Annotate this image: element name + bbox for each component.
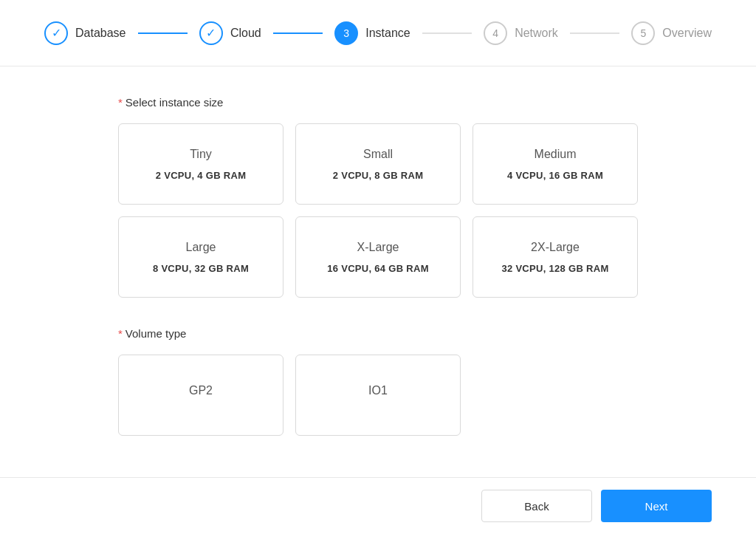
step-network[interactable]: 4 Network xyxy=(484,21,558,45)
required-star-volume: * xyxy=(118,327,123,340)
step-overview[interactable]: 5 Overview xyxy=(631,21,712,45)
volume-type-label: * Volume type xyxy=(118,327,638,340)
instance-card-small[interactable]: Small 2 VCPU, 8 GB RAM xyxy=(295,123,461,205)
step-circle-network: 4 xyxy=(484,21,507,45)
step-number-instance: 3 xyxy=(343,27,349,39)
card-spec-2xlarge: 32 VCPU, 128 GB RAM xyxy=(501,263,608,274)
step-label-instance: Instance xyxy=(365,27,410,40)
step-line-1 xyxy=(138,32,188,34)
instance-section-title: Select instance size xyxy=(126,96,224,109)
card-spec-medium: 4 VCPU, 16 GB RAM xyxy=(507,170,603,181)
step-line-3 xyxy=(422,32,472,34)
step-line-4 xyxy=(570,32,619,34)
card-title-xlarge: X-Large xyxy=(357,241,399,254)
back-button[interactable]: Back xyxy=(481,490,592,522)
step-label-network: Network xyxy=(515,27,558,40)
step-circle-overview: 5 xyxy=(631,21,655,45)
check-icon-2: ✓ xyxy=(206,26,216,40)
step-circle-instance: 3 xyxy=(334,21,358,45)
card-spec-xlarge: 16 VCPU, 64 GB RAM xyxy=(327,263,429,274)
check-icon: ✓ xyxy=(52,26,61,40)
step-label-database: Database xyxy=(75,27,126,40)
instance-size-grid: Tiny 2 VCPU, 4 GB RAM Small 2 VCPU, 8 GB… xyxy=(118,123,638,298)
instance-card-2xlarge[interactable]: 2X-Large 32 VCPU, 128 GB RAM xyxy=(472,216,638,298)
volume-card-io1[interactable]: IO1 xyxy=(295,355,461,436)
card-title-2xlarge: 2X-Large xyxy=(531,241,580,254)
footer: Back Next xyxy=(0,477,756,534)
card-title-medium: Medium xyxy=(535,148,577,161)
step-instance[interactable]: 3 Instance xyxy=(334,21,410,45)
card-title-gp2: GP2 xyxy=(189,384,213,397)
card-title-small: Small xyxy=(363,148,393,161)
step-database[interactable]: ✓ Database xyxy=(44,21,126,45)
next-button[interactable]: Next xyxy=(601,490,712,522)
step-number-overview: 5 xyxy=(640,27,646,39)
card-spec-large: 8 VCPU, 32 GB RAM xyxy=(153,263,249,274)
volume-section-title: Volume type xyxy=(126,327,187,340)
card-title-tiny: Tiny xyxy=(190,148,212,161)
step-cloud[interactable]: ✓ Cloud xyxy=(199,21,261,45)
step-circle-database: ✓ xyxy=(44,21,68,45)
instance-card-xlarge[interactable]: X-Large 16 VCPU, 64 GB RAM xyxy=(295,216,461,298)
instance-card-large[interactable]: Large 8 VCPU, 32 GB RAM xyxy=(118,216,284,298)
instance-card-medium[interactable]: Medium 4 VCPU, 16 GB RAM xyxy=(472,123,638,205)
volume-card-gp2[interactable]: GP2 xyxy=(118,355,284,436)
card-spec-small: 2 VCPU, 8 GB RAM xyxy=(333,170,424,181)
step-line-2 xyxy=(273,32,323,34)
required-star-instance: * xyxy=(118,96,123,109)
instance-size-label: * Select instance size xyxy=(118,96,638,109)
main-content: * Select instance size Tiny 2 VCPU, 4 GB… xyxy=(0,66,756,477)
step-number-network: 4 xyxy=(492,27,498,39)
step-label-cloud: Cloud xyxy=(230,27,261,40)
card-spec-tiny: 2 VCPU, 4 GB RAM xyxy=(156,170,247,181)
step-label-overview: Overview xyxy=(662,27,712,40)
volume-type-grid: GP2 IO1 xyxy=(118,355,638,436)
instance-card-tiny[interactable]: Tiny 2 VCPU, 4 GB RAM xyxy=(118,123,284,205)
stepper: ✓ Database ✓ Cloud 3 Instance 4 Network … xyxy=(0,0,756,66)
card-title-large: Large xyxy=(186,241,216,254)
card-title-io1: IO1 xyxy=(368,384,388,397)
step-circle-cloud: ✓ xyxy=(199,21,223,45)
